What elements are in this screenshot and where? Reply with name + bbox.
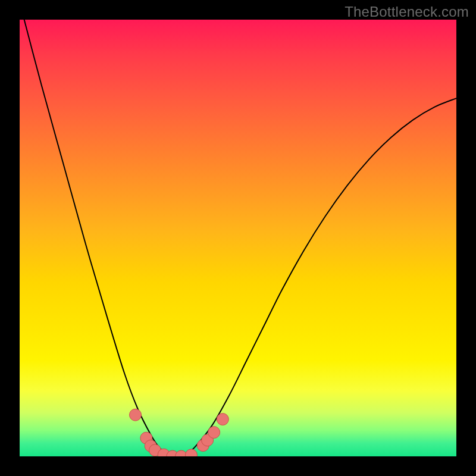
data-marker <box>208 427 220 439</box>
data-marker <box>130 409 142 421</box>
chart-frame: TheBottleneck.com <box>0 0 476 476</box>
data-marker <box>217 414 228 425</box>
marker-group <box>130 409 229 456</box>
watermark-text: TheBottleneck.com <box>345 4 469 20</box>
curve-layer <box>20 20 456 456</box>
bottleneck-curve <box>20 20 456 456</box>
data-marker <box>185 449 197 456</box>
plot-area <box>20 20 456 456</box>
